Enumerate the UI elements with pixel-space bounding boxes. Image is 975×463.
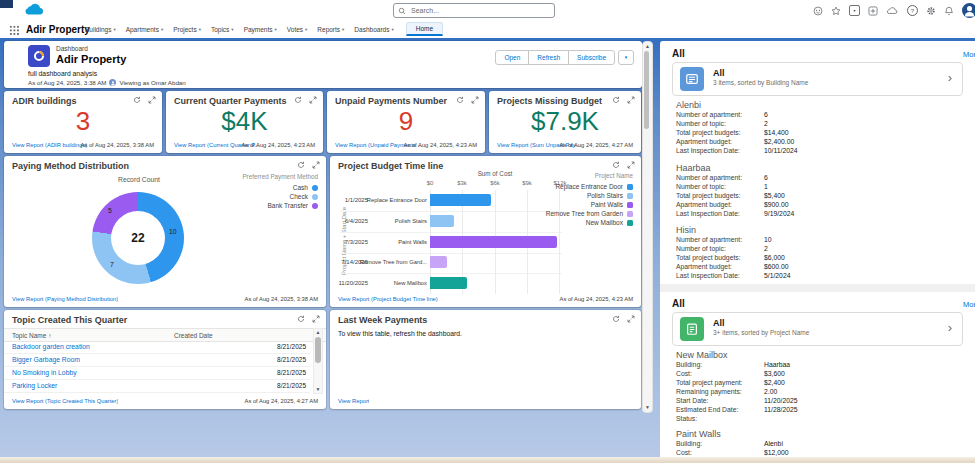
bar-paint-walls[interactable] — [430, 236, 557, 248]
projects-list-tile[interactable]: All 3+ items, sorted by Project Name › — [672, 312, 963, 346]
tab-dashboards[interactable]: Dashboards▾ — [354, 26, 393, 33]
expand-widget-icon[interactable] — [627, 315, 635, 323]
legend-item[interactable]: Replace Entrance Door — [546, 182, 633, 191]
legend-item[interactable]: New Mailbox — [546, 218, 633, 227]
projects-more-link[interactable]: More — [963, 300, 975, 309]
topic-link[interactable]: Backdoor garden creation — [12, 343, 90, 350]
column-header-topic-name[interactable]: Topic Name ↑ — [12, 332, 51, 339]
tab-apartments[interactable]: Apartments▾ — [126, 26, 164, 33]
bar-replace-entrance-door[interactable] — [430, 194, 491, 206]
legend-item[interactable]: Remove Tree from Garden — [546, 209, 633, 218]
topic-link[interactable]: No Smoking in Lobby — [12, 369, 77, 376]
tab-reports[interactable]: Reports▾ — [317, 26, 344, 33]
subscribe-button[interactable]: Subscribe — [568, 50, 615, 65]
user-avatar[interactable] — [962, 3, 975, 18]
expand-widget-icon[interactable] — [627, 96, 635, 104]
trailhead-cloud-icon[interactable] — [886, 6, 899, 16]
expand-widget-icon[interactable] — [309, 96, 317, 104]
chevron-right-icon[interactable]: › — [948, 321, 952, 334]
scroll-down-arrow[interactable]: ▼ — [314, 386, 322, 393]
bar-polish-stairs[interactable] — [430, 215, 454, 227]
tab-buildings[interactable]: Buildings▾ — [85, 26, 116, 33]
table-row[interactable]: Bigger Garbage Room 8/21/2025 — [4, 353, 310, 367]
expand-widget-icon[interactable] — [312, 161, 320, 169]
open-button[interactable]: Open — [495, 50, 529, 65]
favorites-menu-chevron-icon[interactable]: ▾ — [849, 5, 860, 16]
more-actions-chevron-button[interactable]: ▾ — [618, 50, 634, 65]
building-name[interactable]: Alenbi — [676, 100, 701, 110]
expand-widget-icon[interactable] — [312, 315, 320, 323]
topic-link[interactable]: Bigger Garbage Room — [12, 356, 80, 363]
chevron-down-icon[interactable]: ▾ — [231, 27, 233, 32]
expand-widget-icon[interactable] — [627, 161, 635, 169]
scroll-up-arrow[interactable]: ▲ — [314, 329, 322, 336]
buildings-list-tile[interactable]: All 3 items, sorted by Building Name › — [672, 62, 963, 96]
tab-projects[interactable]: Projects▾ — [173, 26, 201, 33]
expand-widget-icon[interactable] — [471, 96, 479, 104]
bar-remove-tree[interactable] — [430, 256, 447, 268]
legend-item[interactable]: Polish Stairs — [546, 191, 633, 200]
global-actions: ▾ ? — [813, 3, 967, 18]
refresh-button[interactable]: Refresh — [528, 50, 569, 65]
view-report-link[interactable]: View Report (Topic Created This Quarter) — [12, 398, 118, 404]
assistant-icon[interactable] — [813, 6, 823, 16]
tab-payments[interactable]: Payments▾ — [244, 26, 277, 33]
table-row[interactable]: No Smoking in Lobby 8/21/2025 — [4, 366, 310, 380]
help-icon[interactable]: ? — [907, 5, 918, 16]
refresh-widget-icon[interactable] — [133, 96, 141, 104]
chevron-down-icon[interactable]: ▾ — [199, 27, 201, 32]
building-name[interactable]: Haarbaa — [676, 163, 711, 173]
refresh-widget-icon[interactable] — [294, 96, 302, 104]
expand-widget-icon[interactable] — [148, 96, 156, 104]
scroll-down-arrow[interactable]: ▼ — [643, 404, 652, 411]
table-scrollbar[interactable]: ▲ ▼ — [313, 328, 323, 394]
chevron-down-icon[interactable]: ▾ — [161, 27, 163, 32]
chevron-down-icon[interactable]: ▾ — [113, 27, 115, 32]
chevron-down-icon[interactable]: ▾ — [391, 27, 393, 32]
notifications-bell-icon[interactable] — [944, 6, 954, 16]
table-row[interactable]: Parking Locker 8/21/2025 — [4, 379, 310, 393]
chevron-down-icon[interactable]: ▾ — [342, 27, 344, 32]
legend-title: Project Name — [546, 172, 633, 179]
legend-item-cash[interactable]: Cash — [242, 183, 318, 192]
building-name[interactable]: Hisin — [676, 225, 696, 235]
favorites-star-icon[interactable] — [831, 6, 841, 16]
legend-item-bank-transfer[interactable]: Bank Transfer — [242, 201, 318, 210]
refresh-widget-icon[interactable] — [612, 161, 620, 169]
chevron-down-icon[interactable]: ▾ — [305, 27, 307, 32]
refresh-widget-icon[interactable] — [612, 315, 620, 323]
tab-home-active[interactable]: Home — [406, 22, 443, 36]
project-name[interactable]: New Mailbox — [676, 350, 728, 360]
setup-gear-icon[interactable] — [926, 6, 936, 16]
tab-votes[interactable]: Votes▾ — [287, 26, 308, 33]
buildings-more-link[interactable]: More — [963, 50, 975, 59]
view-report-link[interactable]: View Report (ADIR buildings) — [12, 142, 87, 148]
refresh-widget-icon[interactable] — [297, 161, 305, 169]
legend-item[interactable]: Paint Walls — [546, 200, 633, 209]
dashboard-scrollbar[interactable]: ▲ ▼ — [642, 41, 653, 413]
global-search[interactable] — [393, 3, 555, 18]
search-input[interactable] — [409, 4, 551, 17]
bar-new-mailbox[interactable] — [430, 277, 467, 289]
chevron-down-icon[interactable]: ▾ — [275, 27, 277, 32]
viewing-as-avatar-icon — [109, 79, 116, 86]
view-report-link[interactable]: View Report (Paying Method Distribution) — [12, 296, 118, 302]
add-global-action-icon[interactable] — [868, 6, 878, 16]
scrollbar-thumb[interactable] — [644, 51, 649, 129]
table-row[interactable]: Backdoor garden creation 8/21/2025 — [4, 340, 310, 354]
view-report-link[interactable]: View Report (Project Budget Time line) — [338, 296, 438, 302]
view-report-link[interactable]: View Report — [338, 398, 369, 404]
chevron-right-icon[interactable]: › — [948, 71, 952, 84]
refresh-widget-icon[interactable] — [297, 315, 305, 323]
refresh-widget-icon[interactable] — [456, 96, 464, 104]
refresh-widget-icon[interactable] — [612, 96, 620, 104]
app-launcher-waffle-icon[interactable] — [9, 25, 19, 35]
column-header-created-date[interactable]: Created Date — [174, 332, 213, 339]
scrollbar-thumb[interactable] — [315, 337, 321, 363]
donut-ring[interactable]: 22 — [92, 192, 184, 284]
project-name[interactable]: Paint Walls — [676, 429, 721, 439]
tab-topics[interactable]: Topics▾ — [211, 26, 234, 33]
scroll-up-arrow[interactable]: ▲ — [643, 43, 652, 50]
window-corner — [0, 0, 13, 8]
legend-item-check[interactable]: Check — [242, 192, 318, 201]
